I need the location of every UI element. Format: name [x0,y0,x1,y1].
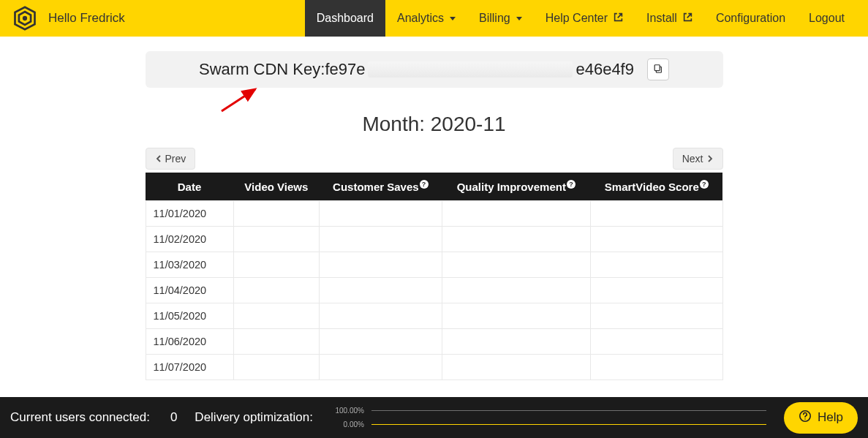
help-icon[interactable]: ? [420,180,429,189]
cell-quality [442,278,591,303]
cdn-key-text: Swarm CDN Key: fe97e e46e4f9 [199,60,634,79]
table-row: 11/05/2020 [146,303,722,329]
meter-pct-high: 100.00% [331,407,364,415]
nav-configuration-label: Configuration [716,12,785,25]
cell-views [233,278,320,303]
nav-billing-label: Billing [479,12,510,25]
external-link-icon [614,12,623,25]
prev-label: Prev [165,153,186,165]
table-row: 11/03/2020 [146,252,722,278]
cell-quality [442,355,591,380]
cell-saves [320,355,442,380]
footer-bar: Current users connected: 0 Delivery opti… [0,397,868,438]
navbar: Hello Fredrick Dashboard Analytics Billi… [0,0,868,37]
nav-analytics-label: Analytics [397,12,444,25]
meter-bar-low [371,424,766,425]
brand-logo [12,5,38,31]
nav-install-label: Install [646,12,677,25]
main-container: Swarm CDN Key: fe97e e46e4f9 Month: 2020… [146,51,723,380]
cell-score [591,329,722,355]
stats-table: Date Video Views Customer Saves? Quality… [146,173,723,380]
cell-quality [442,329,591,355]
delivery-opt-label: Delivery optimization: [195,410,313,425]
cell-date: 11/05/2020 [146,303,233,329]
col-saves: Customer Saves? [320,173,442,201]
greeting-text: Hello Fredrick [48,11,125,26]
nav-install[interactable]: Install [635,0,704,37]
chevron-right-icon [706,153,714,165]
cell-score [591,201,722,227]
cell-views [233,252,320,278]
svg-point-7 [804,418,806,420]
cell-quality [442,252,591,278]
svg-point-2 [23,16,27,20]
cell-saves [320,329,442,355]
cell-quality [442,201,591,227]
cell-score [591,355,722,380]
nav-configuration[interactable]: Configuration [704,0,797,37]
col-views: Video Views [233,173,320,201]
chevron-left-icon [155,153,162,165]
nav-help-center-label: Help Center [546,12,608,25]
next-button[interactable]: Next [673,148,723,170]
table-row: 11/04/2020 [146,278,722,303]
external-link-icon [683,12,692,25]
caret-down-icon [450,17,456,20]
cell-saves [320,201,442,227]
copy-key-button[interactable] [647,58,669,80]
col-date: Date [146,173,233,201]
table-row: 11/06/2020 [146,329,722,355]
svg-line-5 [222,89,255,111]
prev-button[interactable]: Prev [146,148,196,170]
nav-dashboard-label: Dashboard [317,12,374,25]
cell-date: 11/04/2020 [146,278,233,303]
copy-icon [653,64,663,76]
nav-analytics[interactable]: Analytics [385,0,467,37]
cell-date: 11/03/2020 [146,252,233,278]
cell-views [233,227,320,252]
annotation-arrow-icon [219,85,263,114]
svg-rect-4 [654,64,660,70]
cdn-key-suffix: e46e4f9 [575,60,634,79]
cell-saves [320,252,442,278]
nav-dashboard[interactable]: Dashboard [305,0,385,37]
meter-bar-high [371,410,766,411]
cell-quality [442,227,591,252]
help-icon[interactable]: ? [567,180,575,189]
nav-logout-label: Logout [809,12,845,25]
cdn-key-prefix: fe97e [325,60,365,79]
cell-quality [442,303,591,329]
cdn-key-label: Swarm CDN Key: [199,60,325,79]
cell-saves [320,278,442,303]
cell-views [233,329,320,355]
cell-score [591,227,722,252]
cell-views [233,355,320,380]
table-row: 11/02/2020 [146,227,722,252]
next-label: Next [682,153,703,165]
nav-help-center[interactable]: Help Center [534,0,635,37]
nav-billing[interactable]: Billing [467,0,534,37]
cell-saves [320,303,442,329]
table-row: 11/07/2020 [146,355,722,380]
cell-score [591,252,722,278]
cell-views [233,201,320,227]
help-button-label: Help [818,410,843,425]
help-button[interactable]: Help [784,402,858,434]
meter-pct-low: 0.00% [331,420,364,428]
users-connected-label: Current users connected: [10,410,150,425]
cell-views [233,303,320,329]
delivery-opt-meter: 100.00% 0.00% [331,402,766,433]
pager: Prev Next [146,148,723,170]
cell-date: 11/01/2020 [146,201,233,227]
cell-score [591,278,722,303]
cdn-key-panel: Swarm CDN Key: fe97e e46e4f9 [146,51,723,88]
nav-logout[interactable]: Logout [797,0,856,37]
caret-down-icon [516,17,522,20]
users-connected-count: 0 [170,410,177,425]
month-title: Month: 2020-11 [146,113,723,136]
cell-score [591,303,722,329]
help-circle-icon [799,409,812,426]
help-icon[interactable]: ? [700,180,709,189]
cell-saves [320,227,442,252]
cell-date: 11/02/2020 [146,227,233,252]
